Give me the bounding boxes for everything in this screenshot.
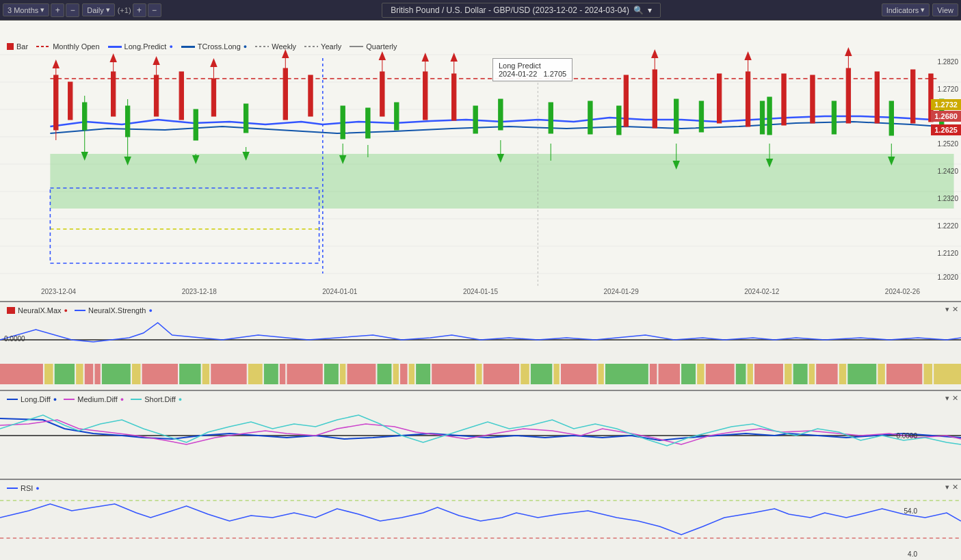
svg-rect-61 [395, 103, 399, 130]
svg-rect-62 [473, 106, 477, 133]
quarterly-label: Quarterly [366, 42, 397, 51]
svg-rect-63 [499, 99, 503, 130]
main-legend: Bar Monthly Open Long.Predict ● TCross.L… [7, 42, 397, 51]
tooltip-date: 2024-01-22 [499, 70, 537, 78]
svg-rect-108 [94, 364, 100, 384]
svg-rect-20 [154, 75, 158, 116]
svg-rect-138 [681, 364, 696, 384]
tooltip-date-value: 2024-01-22 1.2705 [499, 70, 566, 78]
svg-rect-112 [179, 364, 200, 384]
svg-rect-109 [102, 364, 131, 384]
main-chart: Bar Monthly Open Long.Predict ● TCross.L… [0, 21, 961, 301]
svg-rect-113 [202, 364, 209, 384]
rsi-close-btn[interactable]: ✕ [952, 483, 958, 492]
svg-rect-23 [211, 79, 215, 116]
rsi-dot: ● [36, 485, 39, 492]
title-dropdown-arrow[interactable]: ▾ [648, 5, 652, 15]
price-label-6: 1.2220 [937, 222, 958, 230]
svg-rect-72 [760, 101, 764, 134]
weekly-label: Weekly [272, 42, 296, 51]
svg-rect-140 [706, 364, 735, 384]
long-predict-label: Long.Predict [124, 42, 167, 51]
svg-rect-14 [54, 75, 58, 130]
diff-zero-label: 0.0000 [896, 432, 917, 440]
neuralx-strength-legend: NeuralX.Strength ● [75, 306, 153, 315]
svg-rect-135 [605, 364, 648, 384]
svg-rect-136 [650, 364, 657, 384]
svg-rect-133 [561, 364, 596, 384]
svg-rect-144 [785, 364, 791, 384]
svg-rect-124 [400, 364, 407, 384]
legend-long-predict: Long.Predict ● [108, 42, 173, 51]
svg-rect-151 [886, 364, 922, 384]
timeframe-minus-btn[interactable]: − [66, 3, 79, 17]
long-predict-dot: ● [169, 43, 172, 50]
svg-rect-153 [934, 364, 961, 384]
svg-rect-134 [598, 364, 603, 384]
neuralx-zero-label: 0.0000 [4, 335, 25, 343]
svg-rect-114 [211, 364, 246, 384]
neuralx-collapse-btn[interactable]: ▾ [945, 305, 949, 314]
tooltip-value: 1.2705 [543, 70, 566, 78]
svg-rect-50 [125, 106, 129, 137]
quarterly-icon [350, 46, 363, 47]
indicators-dropdown[interactable]: Indicators ▾ [882, 3, 930, 16]
svg-rect-42 [846, 68, 850, 123]
date-label-6: 2024-02-12 [744, 288, 779, 295]
svg-rect-120 [340, 364, 345, 384]
title-area: British Pound / U.S. Dollar - GBP/USD (2… [164, 3, 879, 18]
svg-rect-53 [194, 109, 198, 140]
neuralx-close-btn[interactable]: ✕ [952, 305, 958, 314]
price-label-2: 1.2720 [937, 85, 958, 93]
date-label-1: 2023-12-04 [41, 288, 76, 295]
timeframe-plus-btn[interactable]: + [51, 3, 64, 17]
timeframe-label: 3 Months [8, 6, 38, 14]
diff-legend: Long.Diff ● Medium.Diff ● Short.Diff ● [7, 395, 182, 403]
svg-rect-59 [366, 108, 370, 138]
diff-close-btn[interactable]: ✕ [952, 394, 958, 403]
step-plus-btn[interactable]: + [133, 3, 146, 17]
svg-rect-75 [832, 101, 836, 134]
rsi-svg [0, 480, 961, 560]
neuralx-controls: ▾ ✕ [945, 305, 958, 314]
legend-yearly: Yearly [304, 42, 341, 51]
svg-rect-106 [76, 364, 83, 384]
short-diff-icon [131, 399, 142, 400]
svg-rect-73 [767, 97, 772, 135]
svg-rect-38 [746, 72, 750, 126]
long-diff-legend: Long.Diff ● [7, 395, 57, 403]
timeframe-dropdown[interactable]: 3 Months ▾ [3, 3, 49, 16]
interval-label: Daily [87, 6, 103, 14]
indicators-label: Indicators [886, 6, 919, 14]
step-minus-btn[interactable]: − [148, 3, 161, 17]
rsi-label: RSI [21, 484, 33, 492]
diff-svg [0, 391, 961, 480]
long-diff-dot: ● [53, 396, 57, 403]
price-label-4: 1.2420 [937, 168, 958, 175]
date-label-2: 2023-12-18 [182, 288, 217, 295]
svg-rect-119 [324, 364, 339, 384]
chart-title-box: British Pound / U.S. Dollar - GBP/USD (2… [382, 3, 661, 18]
svg-rect-45 [911, 70, 915, 123]
interval-dropdown[interactable]: Daily ▾ [82, 3, 114, 16]
search-icon[interactable]: 🔍 [633, 5, 644, 15]
svg-rect-32 [452, 74, 456, 120]
svg-rect-69 [674, 99, 679, 133]
svg-rect-22 [179, 72, 183, 120]
price-badge-2: 1.2680 [931, 111, 961, 122]
short-diff-legend: Short.Diff ● [131, 395, 182, 403]
svg-rect-130 [521, 364, 529, 384]
svg-rect-139 [697, 364, 704, 384]
diff-collapse-btn[interactable]: ▾ [945, 394, 949, 403]
svg-rect-71 [699, 101, 703, 132]
svg-rect-146 [809, 364, 815, 384]
monthly-open-icon [36, 46, 50, 47]
rsi-collapse-btn[interactable]: ▾ [945, 483, 949, 492]
svg-rect-105 [55, 364, 75, 384]
tooltip-line1: Long Predict [499, 62, 566, 70]
svg-rect-123 [393, 364, 399, 384]
long-predict-icon [108, 46, 122, 48]
view-dropdown[interactable]: View [932, 3, 958, 16]
rsi-legend: RSI ● [7, 484, 40, 492]
svg-rect-150 [878, 364, 884, 384]
